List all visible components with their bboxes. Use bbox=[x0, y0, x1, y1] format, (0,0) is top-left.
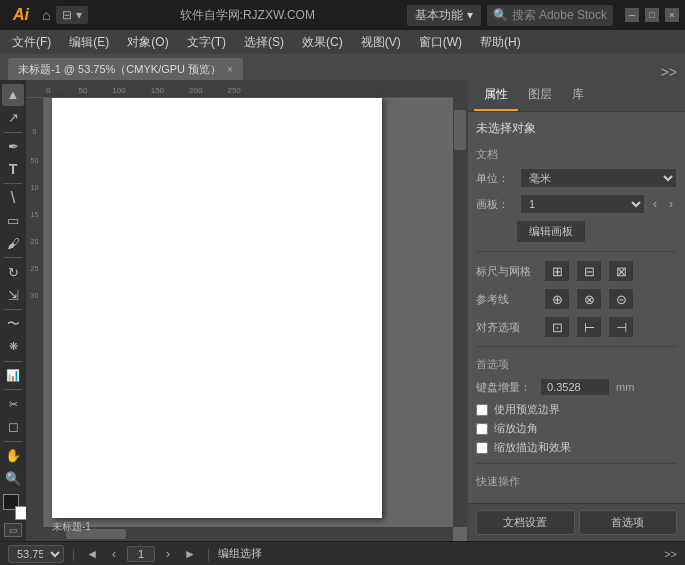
main-content: ▲ ↗ ✒ T \ ▭ 🖌 ↻ ⇲ 〜 ❋ 📊 ✂ ◻ ✋ 🔍 ▭ 0 5 bbox=[0, 80, 685, 541]
prefs-section-title: 首选项 bbox=[476, 357, 677, 372]
guides-clear-btn[interactable]: ⊝ bbox=[608, 288, 634, 310]
nav-prev-btn[interactable]: ‹ bbox=[109, 546, 119, 562]
hand-tool-btn[interactable]: ✋ bbox=[2, 445, 24, 467]
guides-show-btn[interactable]: ⊕ bbox=[544, 288, 570, 310]
artboard-nav-next[interactable]: › bbox=[665, 195, 677, 213]
divider-3 bbox=[476, 463, 677, 464]
warp-tool-btn[interactable]: 〜 bbox=[2, 313, 24, 335]
column-graph-btn[interactable]: 📊 bbox=[2, 365, 24, 387]
line-tool-btn[interactable]: \ bbox=[2, 187, 24, 209]
scale-stroke-checkbox[interactable] bbox=[476, 442, 488, 454]
zoom-select[interactable]: 53.75% 25% 50% 75% 100% bbox=[8, 545, 64, 563]
ruler-left: 0 50 10 15 20 25 30 bbox=[26, 98, 44, 527]
snap-icon-btn3[interactable]: ⊣ bbox=[608, 316, 634, 338]
artboard[interactable] bbox=[52, 98, 382, 518]
tab-properties[interactable]: 属性 bbox=[474, 80, 518, 111]
slice-tool-btn[interactable]: ✂ bbox=[2, 393, 24, 415]
search-placeholder: 搜索 Adobe Stock bbox=[512, 7, 607, 24]
direct-selection-tool-btn[interactable]: ↗ bbox=[2, 107, 24, 129]
ruler-icon-btn[interactable]: ⊞ bbox=[544, 260, 570, 282]
paintbrush-tool-btn[interactable]: 🖌 bbox=[2, 233, 24, 255]
type-tool-btn[interactable]: T bbox=[2, 158, 24, 180]
color-boxes[interactable] bbox=[3, 494, 23, 514]
menu-edit[interactable]: 编辑(E) bbox=[61, 32, 117, 53]
background-color[interactable] bbox=[15, 506, 26, 520]
snap-section-title: 对齐选项 bbox=[476, 320, 540, 335]
toolbar-separator-1 bbox=[4, 132, 22, 133]
tab-close-btn[interactable]: × bbox=[227, 64, 233, 75]
menu-effect[interactable]: 效果(C) bbox=[294, 32, 351, 53]
guides-section: 参考线 ⊕ ⊗ ⊝ bbox=[476, 288, 677, 310]
tab-library[interactable]: 库 bbox=[562, 80, 594, 111]
zoom-tool-btn[interactable]: 🔍 bbox=[2, 468, 24, 490]
scale-corners-row: 缩放边角 bbox=[476, 421, 677, 436]
tab-title: 未标题-1 @ 53.75%（CMYK/GPU 预览） bbox=[18, 62, 221, 77]
scale-corners-label: 缩放边角 bbox=[494, 421, 538, 436]
title-bar: Ai ⌂ ⊟ ▾ 软件自学网:RJZXW.COM 基本功能 ▾ 🔍 搜索 Ado… bbox=[0, 0, 685, 30]
page-input[interactable] bbox=[127, 546, 155, 562]
basic-func-label: 基本功能 bbox=[415, 7, 463, 24]
close-btn[interactable]: × bbox=[665, 8, 679, 22]
unit-select[interactable]: 毫米 像素 厘米 英寸 bbox=[520, 168, 677, 188]
artboard-nav-prev[interactable]: ‹ bbox=[649, 195, 661, 213]
tab-expand-btn[interactable]: >> bbox=[661, 64, 677, 80]
keyboard-unit: mm bbox=[616, 381, 634, 393]
status-sep-1: | bbox=[72, 547, 75, 561]
search-bar[interactable]: 🔍 搜索 Adobe Stock bbox=[487, 5, 613, 26]
home-icon[interactable]: ⌂ bbox=[42, 7, 50, 23]
nav-next-btn[interactable]: › bbox=[163, 546, 173, 562]
menu-view[interactable]: 视图(V) bbox=[353, 32, 409, 53]
nav-last-btn[interactable]: ► bbox=[181, 546, 199, 562]
scale-corners-checkbox[interactable] bbox=[476, 423, 488, 435]
scale-tool-btn[interactable]: ⇲ bbox=[2, 284, 24, 306]
guides-icons: ⊕ ⊗ ⊝ bbox=[544, 288, 634, 310]
tab-layers[interactable]: 图层 bbox=[518, 80, 562, 111]
artboard-select[interactable]: 1 bbox=[520, 194, 645, 214]
menu-file[interactable]: 文件(F) bbox=[4, 32, 59, 53]
symbol-spray-btn[interactable]: ❋ bbox=[2, 336, 24, 358]
preferences-btn[interactable]: 首选项 bbox=[579, 510, 678, 535]
nav-first-btn[interactable]: ◄ bbox=[83, 546, 101, 562]
selection-tool-btn[interactable]: ▲ bbox=[2, 84, 24, 106]
guides-section-title: 参考线 bbox=[476, 292, 540, 307]
grid2-icon-btn[interactable]: ⊠ bbox=[608, 260, 634, 282]
group-select-label: 编组选择 bbox=[218, 546, 262, 561]
toolbar-separator-4 bbox=[4, 309, 22, 310]
status-bar: 53.75% 25% 50% 75% 100% | ◄ ‹ › ► | 编组选择… bbox=[0, 541, 685, 565]
no-selection-text: 未选择对象 bbox=[476, 120, 677, 137]
canvas-area[interactable]: 0 50 100 150 200 250 0 50 10 15 20 25 30… bbox=[26, 80, 467, 541]
toolbar-separator-6 bbox=[4, 389, 22, 390]
keyboard-value-display: 0.3528 bbox=[540, 378, 610, 396]
ruler-section-title: 标尺与网格 bbox=[476, 264, 540, 279]
restore-btn[interactable]: □ bbox=[645, 8, 659, 22]
minimize-btn[interactable]: ─ bbox=[625, 8, 639, 22]
menu-object[interactable]: 对象(O) bbox=[119, 32, 176, 53]
unit-row: 单位： 毫米 像素 厘米 英寸 bbox=[476, 168, 677, 188]
menu-help[interactable]: 帮助(H) bbox=[472, 32, 529, 53]
status-right-expand[interactable]: >> bbox=[664, 548, 677, 560]
panel-footer: 文档设置 首选项 bbox=[468, 503, 685, 541]
snap-icon-btn1[interactable]: ⊡ bbox=[544, 316, 570, 338]
eraser-tool-btn[interactable]: ◻ bbox=[2, 416, 24, 438]
doc-settings-btn[interactable]: 文档设置 bbox=[476, 510, 575, 535]
snap-icon-btn2[interactable]: ⊢ bbox=[576, 316, 602, 338]
basic-func-btn[interactable]: 基本功能 ▾ bbox=[407, 5, 481, 26]
guides-lock-btn[interactable]: ⊗ bbox=[576, 288, 602, 310]
search-icon: 🔍 bbox=[493, 8, 508, 22]
use-preview-bounds-checkbox[interactable] bbox=[476, 404, 488, 416]
rotate-tool-btn[interactable]: ↻ bbox=[2, 261, 24, 283]
menu-select[interactable]: 选择(S) bbox=[236, 32, 292, 53]
doc-section-title: 文档 bbox=[476, 147, 677, 162]
layout-icon[interactable]: ⊟ ▾ bbox=[56, 6, 87, 24]
menu-type[interactable]: 文字(T) bbox=[179, 32, 234, 53]
menu-window[interactable]: 窗口(W) bbox=[411, 32, 470, 53]
canvas-scroll-right[interactable] bbox=[453, 80, 467, 527]
panel-content: 未选择对象 文档 单位： 毫米 像素 厘米 英寸 画板： 1 ‹ bbox=[468, 112, 685, 503]
edit-artboard-btn[interactable]: 编辑画板 bbox=[516, 220, 586, 243]
rectangle-tool-btn[interactable]: ▭ bbox=[2, 210, 24, 232]
grid-icon-btn[interactable]: ⊟ bbox=[576, 260, 602, 282]
screen-mode-btn[interactable]: ▭ bbox=[4, 523, 22, 537]
pen-tool-btn[interactable]: ✒ bbox=[2, 136, 24, 158]
basic-func-chevron: ▾ bbox=[467, 8, 473, 22]
document-tab[interactable]: 未标题-1 @ 53.75%（CMYK/GPU 预览） × bbox=[8, 58, 243, 80]
